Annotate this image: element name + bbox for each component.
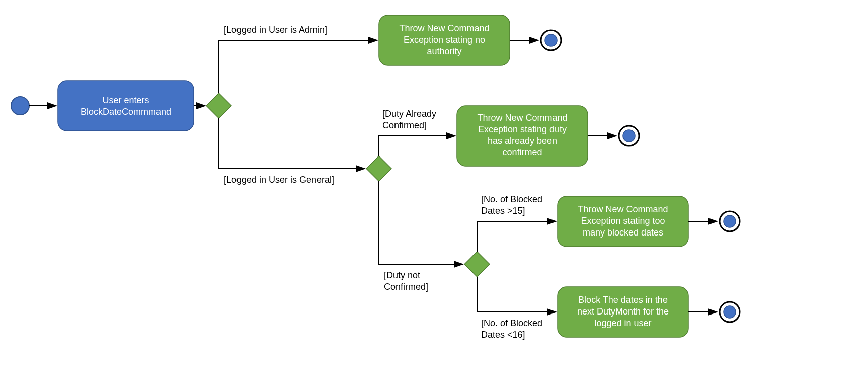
edge-duty-not-confirmed-branch [379, 181, 463, 264]
end-node-3-inner [724, 215, 736, 227]
edge-duty-confirmed-branch [379, 136, 455, 156]
activity-diagram: User enters BlockDateCommmand [Logged in… [0, 0, 868, 392]
label-duty-confirmed2: Confirmed] [382, 120, 427, 130]
node-throw-no-authority-text2: Exception stating no [404, 35, 485, 45]
node-throw-duty-confirmed-text4: confirmed [502, 147, 542, 158]
start-node [11, 97, 29, 115]
decision-blocked-dates [464, 252, 490, 277]
node-throw-too-many-text3: many blocked dates [583, 227, 663, 238]
node-user-enters-command-text2: BlockDateCommmand [81, 107, 171, 117]
node-throw-no-authority-text3: authority [427, 46, 461, 56]
end-node-2-inner [623, 130, 635, 142]
node-throw-no-authority-text1: Throw New Command [399, 23, 489, 33]
label-lt16-1: [No. of Blocked [481, 318, 542, 328]
decision-duty-confirmed [366, 156, 391, 181]
node-throw-duty-confirmed-text2: Exception stating duty [478, 124, 567, 134]
edge-lt16-branch [477, 277, 556, 312]
decision-user-type [206, 93, 231, 118]
label-admin: [Logged in User is Admin] [224, 25, 327, 35]
node-throw-too-many-text2: Exception stating too [581, 216, 665, 226]
label-lt16-2: Dates <16] [481, 330, 525, 340]
label-gt15-1: [No. of Blocked [481, 194, 542, 204]
end-node-4-inner [724, 306, 736, 318]
node-block-dates-text2: next DutyMonth for the [577, 306, 669, 317]
node-throw-duty-confirmed-text1: Throw New Command [477, 113, 567, 123]
node-throw-too-many-text1: Throw New Command [578, 204, 668, 214]
edge-general-branch [219, 118, 365, 169]
edge-gt15-branch [477, 221, 556, 252]
node-block-dates-text3: logged in user [594, 318, 651, 328]
label-duty-confirmed1: [Duty Already [382, 109, 436, 119]
node-block-dates-text1: Block The dates in the [578, 295, 668, 305]
label-general: [Logged in User is General] [224, 175, 334, 185]
node-user-enters-command [58, 81, 194, 131]
end-node-1-inner [545, 34, 557, 46]
label-duty-not2: Confirmed] [384, 282, 428, 292]
edge-admin-branch [219, 40, 377, 93]
node-user-enters-command-text1: User enters [102, 95, 149, 105]
label-gt15-2: Dates >15] [481, 206, 525, 216]
node-throw-duty-confirmed-text3: has already been [488, 136, 557, 146]
label-duty-not1: [Duty not [384, 270, 420, 280]
